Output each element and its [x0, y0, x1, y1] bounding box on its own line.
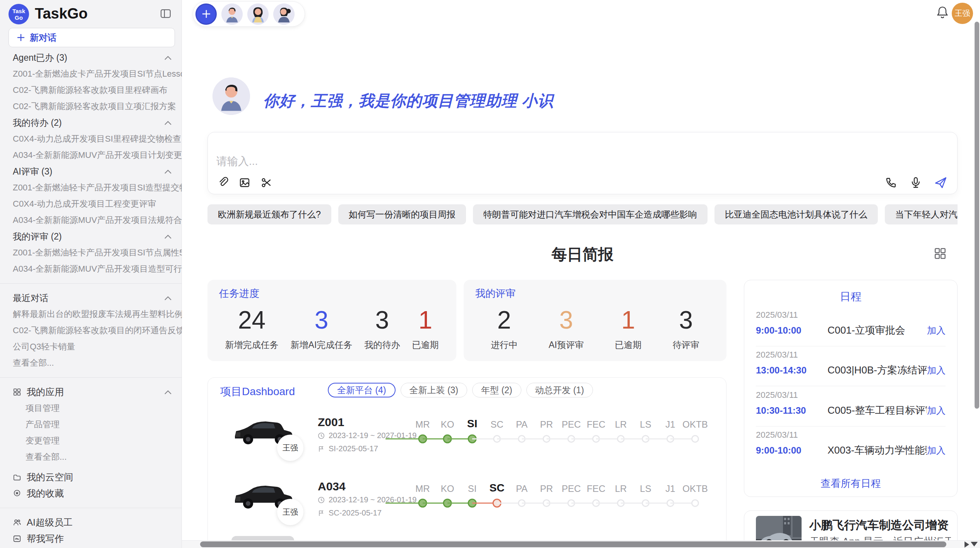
assistant-greeting: 你好，王强，我是你的项目管理助理 小识 [212, 77, 553, 115]
medal-icon [13, 489, 21, 498]
avatar[interactable] [221, 3, 243, 25]
chat-composer[interactable]: 请输入... [207, 132, 958, 194]
milestone-phase: SC [485, 480, 509, 512]
tab-new-platform[interactable]: 全新平台 (4) [328, 383, 396, 397]
join-link[interactable]: 加入 [927, 444, 946, 457]
join-link[interactable]: 加入 [927, 364, 946, 377]
new-chat-button[interactable]: 新对话 [9, 28, 175, 47]
milestone-label: MR [415, 480, 430, 494]
plus-icon [17, 33, 25, 42]
sidebar-app-product-mgmt[interactable]: 产品管理 [0, 416, 182, 433]
sidebar-item[interactable]: Z001-全新燃油轻卡产品开发项目SI造型提交物评审 [0, 180, 182, 196]
avatar[interactable] [273, 3, 295, 25]
assistant-avatar [212, 77, 250, 115]
sidebar-item[interactable]: A034-全新新能源MUV产品开发项目计划变更表编写 [0, 147, 182, 163]
sidebar-item[interactable]: Z001-全新燃油轻卡产品开发项目SI节点属性5D文件评审 [0, 245, 182, 261]
sidebar-section-agent-done[interactable]: Agent已办 (3) [0, 50, 182, 66]
join-link[interactable]: 加入 [927, 324, 946, 337]
milestone-label: PEC [562, 415, 581, 430]
milestone-phase: LS [633, 480, 658, 512]
suggestion-chip[interactable]: 特朗普可能对进口汽车增税会对中国车企造成哪些影响 [473, 204, 708, 224]
sidebar-item[interactable]: 解释最新出台的欧盟报废车法规再生塑料比例被调至15%... [0, 306, 182, 322]
milestone-phase: PR [534, 480, 559, 512]
send-button[interactable] [933, 175, 948, 190]
suggestion-chip[interactable]: 当下年轻人对汽车外观有怎样的喜好趋势 [885, 204, 958, 224]
sidebar-item-label: AI超级员工 [27, 516, 73, 529]
sidebar-tool-ai-super-staff[interactable]: AI超级员工 [0, 514, 182, 531]
sidebar-item-favorites[interactable]: 我的收藏 [0, 485, 182, 502]
app-logo: Task Go [9, 4, 29, 24]
sidebar-section-ai-review[interactable]: AI评审 (3) [0, 163, 182, 180]
user-avatar[interactable]: 王强 [952, 3, 973, 24]
voice-call-button[interactable] [884, 175, 898, 190]
screenshot-button[interactable] [259, 175, 274, 190]
schedule-item[interactable]: 2025/03/11 13:00-14:30 C003|H0B-方案冻结评审 加… [756, 350, 946, 377]
sidebar-item[interactable]: A034-全新新能源MUV产品开发项目法规符合性评审 [0, 212, 182, 228]
app-logo-bottom: Go [15, 14, 23, 21]
tab-new-body[interactable]: 全新上装 (3) [401, 383, 468, 397]
milestone-phase: SC [485, 415, 509, 448]
stat-value: 3 [679, 307, 693, 333]
stat-label: AI预评审 [548, 339, 584, 351]
view-all-apps[interactable]: 查看全部... [0, 449, 182, 465]
vertical-scrollbar-thumb[interactable] [975, 22, 979, 409]
suggestion-chip[interactable]: 欧洲新规最近颁布了什么? [207, 204, 331, 224]
schedule-time: 10:30-11:30 [756, 405, 828, 416]
sidebar-item[interactable]: Z001-全新燃油皮卡产品开发项目SI节点Lesson Learn报告 [0, 66, 182, 82]
sidebar-item[interactable]: C0X4-动力总成开发项目SI里程碑提交物检查 [0, 131, 182, 147]
project-owner-badge: 王强 [277, 499, 303, 525]
sidebar-item[interactable]: C02-飞腾新能源轻客改款项目立项汇报方案 [0, 98, 182, 115]
schedule-date: 2025/03/11 [756, 390, 946, 400]
horizontal-scrollbar [182, 540, 980, 548]
tab-model-year[interactable]: 年型 (2) [472, 383, 521, 397]
sidebar-section-my-todo[interactable]: 我的待办 (2) [0, 115, 182, 131]
add-member-button[interactable] [195, 3, 217, 25]
sidebar-tool-help-me-write[interactable]: 帮我写作 [0, 531, 182, 547]
insert-image-button[interactable] [237, 175, 252, 190]
milestone-phase: KO [435, 480, 460, 512]
card-title: 我的评审 [475, 287, 715, 300]
avatar[interactable] [247, 3, 269, 25]
dashboard-tabs: 全新平台 (4) 全新上装 (3) 年型 (2) 动总开发 (1) [328, 383, 593, 397]
schedule-time: 13:00-14:30 [756, 365, 828, 376]
schedule-item[interactable]: 2025/03/11 10:30-11:30 C005-整车工程目标评审 加入 [756, 390, 946, 417]
schedule-item[interactable]: 2025/03/11 9:00-10:00 C001-立项审批会 加入 [756, 310, 946, 337]
suggestion-chip[interactable]: 如何写一份清晰的项目周报 [338, 204, 466, 224]
milestone-label: PA [516, 480, 528, 494]
stat-label: 新增完成任务 [225, 339, 279, 351]
sidebar-item[interactable]: 公司Q3轻卡销量 [0, 339, 182, 355]
schedule-time: 9:00-10:00 [756, 445, 828, 456]
sidebar-app-project-mgmt[interactable]: 项目管理 [0, 400, 182, 416]
view-all-chats[interactable]: 查看全部... [0, 355, 182, 371]
view-all-schedule-link[interactable]: 查看所有日程 [744, 477, 957, 490]
grid-view-icon[interactable] [934, 247, 947, 260]
chevron-up-icon [164, 55, 172, 60]
sidebar-item[interactable]: C02-飞腾新能源轻客改款项目里程碑画布 [0, 82, 182, 98]
tab-powertrain[interactable]: 动总开发 (1) [526, 383, 593, 397]
schedule-time: 9:00-10:00 [756, 325, 828, 336]
sidebar-item-label: 帮我写作 [27, 533, 64, 545]
suggestion-chip[interactable]: 比亚迪全固态电池计划具体说了什么 [714, 204, 878, 224]
scroll-down-arrow[interactable] [971, 542, 978, 546]
sidebar-section-my-review[interactable]: 我的评审 (2) [0, 228, 182, 245]
scroll-right-arrow[interactable] [965, 541, 969, 548]
sidebar-item[interactable]: C0X4-动力总成开发项目工程变更评审 [0, 196, 182, 212]
sidebar-app-change-mgmt[interactable]: 变更管理 [0, 433, 182, 449]
stat: 1已逾期 [615, 307, 642, 351]
sidebar-item[interactable]: A034-全新新能源MUV产品开发项目造型可行性评审 [0, 261, 182, 277]
notifications-button[interactable] [936, 5, 949, 19]
sidebar-collapse-button[interactable] [160, 8, 171, 19]
join-link[interactable]: 加入 [927, 404, 946, 417]
milestone-phase: KO [435, 415, 460, 448]
horizontal-scrollbar-thumb[interactable] [200, 541, 946, 547]
mic-button[interactable] [908, 175, 923, 190]
sidebar-item-cloud-space[interactable]: 我的云空间 [0, 469, 182, 485]
schedule-item[interactable]: 2025/03/11 9:00-10:00 X003-车辆动力学性能验... 加… [756, 430, 946, 457]
attach-file-button[interactable] [216, 175, 230, 190]
milestone-phase: OKTB [683, 480, 708, 512]
sidebar-section-recent-chats[interactable]: 最近对话 [0, 290, 182, 306]
sidebar-item[interactable]: C02-飞腾新能源轻客改款项目的闭环通告反馈情况 [0, 322, 182, 339]
sidebar-section-my-apps[interactable]: 我的应用 [0, 384, 182, 400]
milestone-phase: FEC [584, 415, 608, 448]
chevron-up-icon [164, 120, 172, 125]
